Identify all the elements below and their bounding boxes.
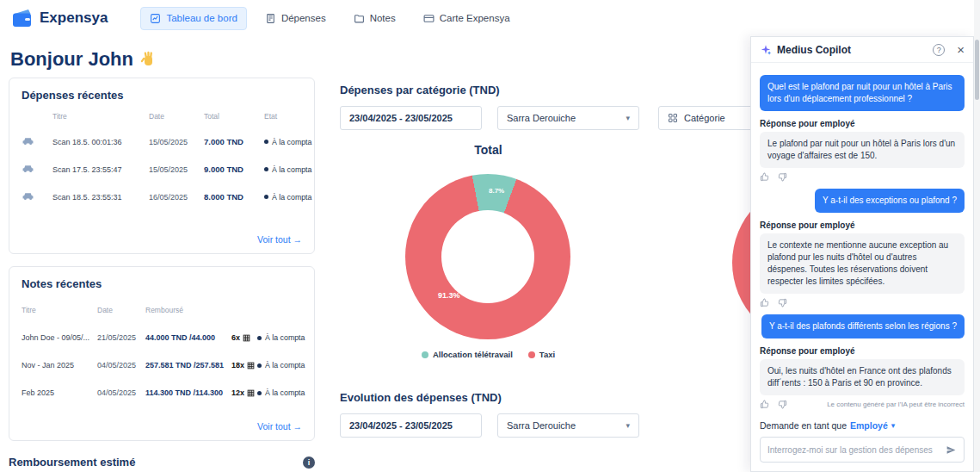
ask-as-role[interactable]: Employé: [850, 420, 888, 431]
top-nav: Expensya Tableau de bord Dépenses Notes …: [0, 0, 980, 36]
note-date: 04/05/2025: [97, 388, 145, 397]
thumbs-down-icon[interactable]: [778, 172, 787, 182]
expenses-see-all-link[interactable]: Voir tout →: [257, 234, 302, 245]
donut-chart-title: Total: [340, 143, 637, 157]
thumbs-down-icon[interactable]: [778, 298, 787, 307]
user-message[interactable]: Quel est le plafond par nuit pour un hôt…: [760, 75, 965, 111]
assistant-message: Le plafond par nuit pour un hôtel à Pari…: [760, 132, 965, 168]
expensya-logo[interactable]: Expensya: [12, 9, 108, 28]
reimbursement-title: Remboursement estimé: [9, 456, 135, 469]
copilot-header: Medius Copilot ? ×: [751, 37, 973, 63]
send-icon[interactable]: [946, 444, 957, 456]
person-select[interactable]: Sarra Derouiche ▾: [497, 106, 639, 130]
expensya-dashboard: Expensya Tableau de bord Dépenses Notes …: [0, 0, 980, 472]
table-row[interactable]: John Doe - 09/05/... 21/05/2025 44.000 T…: [22, 333, 302, 342]
folder-icon: [354, 13, 365, 24]
car-icon: [22, 190, 34, 203]
thumbs-down-icon[interactable]: [778, 400, 787, 409]
note-amount: 257.581 TND /257.581: [145, 361, 231, 370]
donut-chart[interactable]: 91.3% 8.7%: [405, 174, 570, 339]
card-icon: [423, 13, 435, 24]
feedback-row: [760, 298, 965, 307]
notes-see-all-link[interactable]: Voir tout →: [257, 421, 302, 432]
recent-notes-title: Notes récentes: [22, 277, 302, 290]
category-section-title: Dépenses par catégorie (TND): [340, 84, 500, 96]
recent-expenses-title: Dépenses récentes: [22, 89, 302, 102]
status-dot-icon: [257, 391, 262, 395]
chevron-down-icon: ▾: [891, 421, 896, 430]
table-row[interactable]: Feb 2025 04/05/2025 114.300 TND /114.300…: [22, 388, 302, 397]
status-badge: À la compta: [264, 193, 311, 202]
user-message[interactable]: Y a-t-il des exceptions ou plafond ?: [815, 189, 965, 213]
note-count: 12x: [231, 388, 257, 397]
col-titre: Titre: [22, 306, 97, 314]
date-range-input[interactable]: 23/04/2025 - 23/05/2025: [340, 413, 482, 438]
count-text: 6x: [231, 333, 240, 342]
brand-name: Expensya: [40, 9, 108, 27]
tab-notes[interactable]: Notes: [344, 7, 405, 30]
status-text: À la compta: [272, 193, 311, 202]
col-total: Total: [204, 112, 264, 121]
recent-expenses-header: Titre Date Total Etat: [22, 112, 302, 121]
expense-title: Scan 17.5. 23:55:47: [52, 165, 149, 174]
ask-as-prefix: Demande en tant que: [760, 420, 847, 431]
note-amount: 114.300 TND /114.300: [145, 388, 231, 397]
thumbs-up-icon[interactable]: [760, 298, 769, 307]
receipt-icon: [265, 13, 276, 24]
legend-item-teletravail[interactable]: Allocation télétravail: [422, 350, 513, 359]
status-badge: À la compta: [264, 165, 311, 174]
status-dot-icon: [264, 195, 268, 199]
status-dot-icon: [257, 336, 262, 340]
car-icon: [22, 163, 34, 176]
expense-total: 8.000 TND: [204, 192, 264, 202]
info-icon[interactable]: i: [303, 456, 315, 469]
scrollbar-thumb[interactable]: [975, 40, 979, 100]
copilot-input[interactable]: [767, 445, 940, 455]
expense-date: 15/05/2025: [149, 138, 204, 146]
tab-carte-expensya[interactable]: Carte Expensya: [414, 7, 520, 30]
note-amount: 44.000 TND /44.000: [145, 333, 231, 342]
donut-slice-label-taxi: 91.3%: [438, 291, 460, 300]
col-titre: Titre: [52, 112, 149, 121]
col-etat: Etat: [264, 112, 302, 121]
person-select-value: Sarra Derouiche: [507, 420, 576, 431]
legend-item-taxi[interactable]: Taxi: [528, 350, 555, 359]
date-range-input[interactable]: 23/04/2025 - 23/05/2025: [340, 106, 482, 130]
tab-tableau-de-bord[interactable]: Tableau de bord: [140, 7, 246, 30]
note-title: Nov - Jan 2025: [22, 361, 97, 370]
copilot-input-container: [760, 437, 965, 463]
person-select-value: Sarra Derouiche: [507, 113, 576, 123]
date-range-value: 23/04/2025 - 23/05/2025: [349, 113, 453, 123]
status-text: À la compta: [272, 138, 311, 146]
recent-expenses-card: Dépenses récentes Titre Date Total Etat …: [9, 78, 315, 254]
feedback-row: [760, 172, 965, 182]
expense-title: Scan 18.5. 00:01:36: [52, 138, 149, 146]
ai-disclaimer: Le contenu généré par l'IA peut être inc…: [827, 401, 965, 408]
count-text: 18x: [231, 361, 244, 370]
copilot-title: Medius Copilot: [777, 44, 928, 56]
table-row[interactable]: Nov - Jan 2025 04/05/2025 257.581 TND /2…: [22, 361, 302, 370]
expense-total: 7.000 TND: [204, 137, 264, 146]
legend-label: Taxi: [539, 350, 555, 359]
recent-notes-header: Titre Date Remboursé: [22, 306, 302, 314]
tab-label: Dépenses: [281, 13, 326, 23]
donut-slice-label-teletravail: 8.7%: [489, 187, 504, 195]
table-row[interactable]: Scan 18.5. 00:01:36 15/05/2025 7.000 TND…: [22, 135, 302, 148]
person-select[interactable]: Sarra Derouiche ▾: [497, 413, 639, 438]
greeting-text: Bonjour John: [10, 48, 133, 71]
help-icon[interactable]: ?: [933, 44, 945, 56]
tab-label: Notes: [370, 13, 396, 23]
table-row[interactable]: Scan 18.5. 23:55:31 16/05/2025 8.000 TND…: [22, 190, 302, 203]
status-dot-icon: [264, 140, 268, 144]
thumbs-up-icon[interactable]: [760, 172, 769, 182]
tab-depenses[interactable]: Dépenses: [256, 7, 336, 30]
note-count: 18x: [231, 361, 257, 370]
response-label: Réponse pour employé: [760, 346, 965, 356]
thumbs-up-icon[interactable]: [760, 400, 769, 409]
chart-legend: Allocation télétravail Taxi: [340, 350, 637, 359]
table-row[interactable]: Scan 17.5. 23:55:47 15/05/2025 9.000 TND…: [22, 163, 302, 176]
user-message[interactable]: Y a-t-il des plafonds différents selon l…: [761, 314, 965, 338]
chevron-down-icon: ▾: [626, 421, 630, 430]
assistant-message: Oui, les nuits d'hôtel en France ont des…: [760, 359, 965, 395]
close-icon[interactable]: ×: [957, 43, 965, 56]
